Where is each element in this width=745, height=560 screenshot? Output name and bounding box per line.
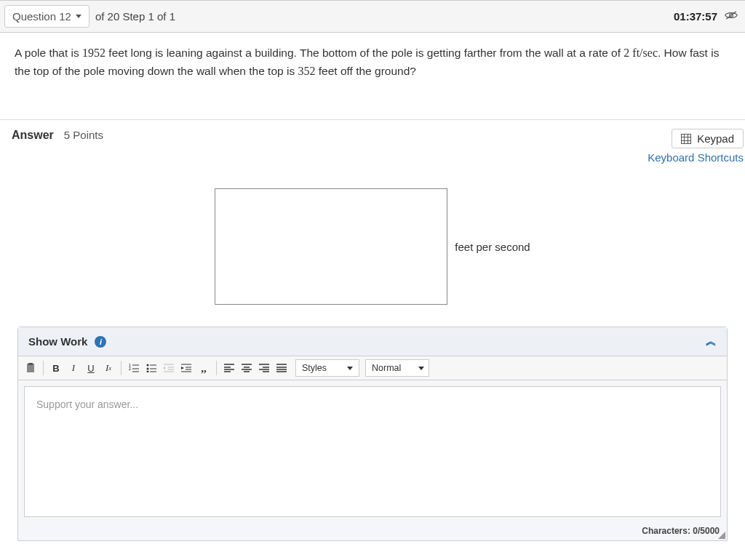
- step-info: of 20 Step 1 of 1: [95, 10, 175, 23]
- align-center-button[interactable]: [239, 359, 255, 377]
- show-work-title: Show Work: [28, 335, 87, 348]
- svg-point-14: [147, 364, 149, 367]
- char-label: Characters:: [642, 526, 693, 536]
- bold-button[interactable]: B: [48, 359, 64, 377]
- answer-input-row: feet per second: [0, 167, 745, 327]
- indent-button[interactable]: [178, 359, 194, 377]
- question-text: A pole that is 1952 feet long is leaning…: [0, 33, 745, 120]
- align-right-button[interactable]: [256, 359, 272, 377]
- align-justify-button[interactable]: [274, 359, 290, 377]
- editor-placeholder: Support your answer...: [36, 399, 138, 410]
- keyboard-shortcuts-link[interactable]: Keyboard Shortcuts: [648, 151, 744, 164]
- blockquote-button[interactable]: ,,: [196, 359, 212, 377]
- info-icon[interactable]: i: [95, 336, 106, 348]
- align-left-button[interactable]: [221, 359, 237, 377]
- unordered-list-button[interactable]: [143, 359, 159, 377]
- ordered-list-button[interactable]: 12: [126, 359, 142, 377]
- question-selector[interactable]: Question 12: [4, 5, 89, 28]
- separator: [121, 361, 121, 375]
- q-val-3: 352: [298, 65, 315, 77]
- rte-toolbar: B I U Ix 12 ,, Styles Normal: [18, 356, 727, 380]
- format-dropdown-label: Normal: [372, 363, 401, 373]
- answer-points: 5 Points: [64, 129, 103, 141]
- keypad-button[interactable]: Keypad: [672, 129, 744, 148]
- question-label: Question 12: [12, 10, 71, 23]
- q-val-1: 1952: [82, 47, 105, 59]
- chevpron-down-icon: [418, 367, 424, 370]
- char-count: 0/5000: [693, 526, 720, 536]
- timer: 01:37:57: [674, 10, 717, 23]
- svg-point-18: [147, 371, 149, 373]
- answer-input[interactable]: [215, 188, 447, 305]
- underline-button[interactable]: U: [83, 359, 99, 377]
- q-text-4: feet off the ground?: [315, 65, 415, 77]
- outdent-button[interactable]: [161, 359, 177, 377]
- svg-rect-2: [682, 134, 691, 143]
- top-bar: Question 12 of 20 Step 1 of 1 01:37:57: [0, 0, 745, 33]
- keypad-label: Keypad: [697, 132, 734, 145]
- show-work-title-group: Show Work i: [28, 335, 106, 348]
- top-left-group: Question 12 of 20 Step 1 of 1: [4, 5, 175, 28]
- show-work-panel: Show Work i ︽ B I U Ix 12 ,, Styles Norm…: [17, 327, 728, 541]
- q-text-1: A pole that is: [15, 47, 82, 59]
- q-text-2: feet long is leaning against a building.…: [105, 47, 624, 59]
- character-counter: Characters: 0/5000: [18, 523, 727, 540]
- chevron-down-icon: [76, 15, 81, 18]
- keypad-icon: [681, 134, 691, 144]
- svg-marker-24: [164, 367, 165, 369]
- paste-button[interactable]: [23, 359, 39, 377]
- eye-off-icon[interactable]: [725, 10, 738, 23]
- show-work-header[interactable]: Show Work i ︽: [18, 327, 727, 356]
- top-right-group: 01:37:57: [674, 10, 741, 23]
- collapse-icon[interactable]: ︽: [706, 335, 717, 348]
- answer-label-group: Answer 5 Points: [12, 129, 103, 142]
- italic-button[interactable]: I: [65, 359, 81, 377]
- styles-dropdown[interactable]: Styles: [295, 359, 359, 377]
- svg-marker-29: [181, 367, 184, 369]
- show-work-editor[interactable]: Support your answer...: [24, 386, 721, 517]
- svg-rect-8: [28, 363, 33, 365]
- chevron-down-icon: [347, 367, 353, 370]
- unit-label: feet per second: [455, 241, 530, 253]
- q-val-2: 2 ft/sec: [624, 47, 658, 59]
- separator: [216, 361, 217, 375]
- answer-header: Answer 5 Points Keypad Keyboard Shortcut…: [0, 120, 745, 167]
- format-dropdown[interactable]: Normal: [365, 359, 429, 377]
- answer-label: Answer: [12, 129, 54, 142]
- answer-tools: Keypad Keyboard Shortcuts: [648, 129, 745, 164]
- clear-format-button[interactable]: Ix: [100, 359, 116, 377]
- svg-point-16: [147, 368, 149, 370]
- styles-dropdown-label: Styles: [302, 363, 327, 373]
- resize-handle[interactable]: [718, 532, 725, 539]
- svg-text:2: 2: [129, 367, 131, 371]
- separator: [43, 361, 44, 375]
